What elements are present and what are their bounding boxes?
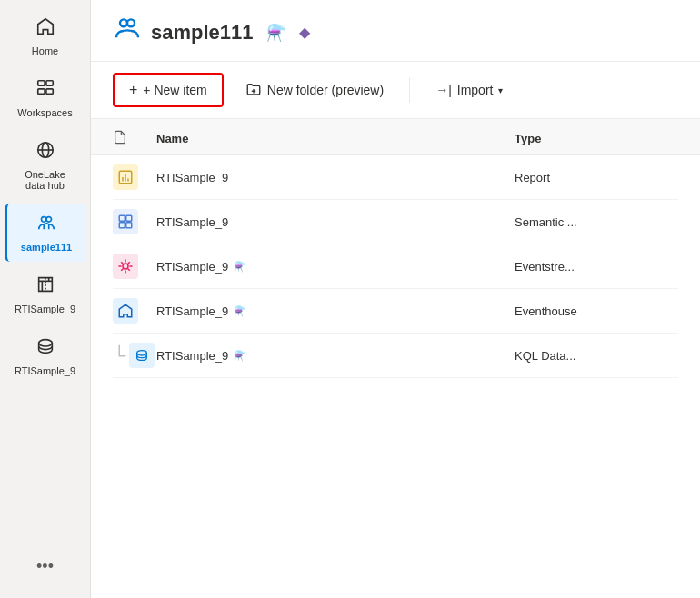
svg-point-7 [42, 217, 47, 223]
rtisample1-icon [35, 274, 55, 300]
svg-rect-20 [119, 223, 125, 228]
row5-name: RTISample_9 ⚗️ [156, 349, 515, 363]
sidebar-item-home[interactable]: Home [5, 7, 86, 65]
row3-icon-cell [113, 254, 156, 279]
row2-name: RTISample_9 [156, 215, 515, 229]
table-header: Name Type [91, 119, 700, 155]
row4-badge: ⚗️ [234, 305, 246, 317]
table-row[interactable]: RTISample_9 ⚗️ Eventhouse [113, 289, 678, 334]
svg-point-23 [137, 351, 147, 355]
import-label: Import [457, 83, 494, 97]
sidebar-item-workspaces[interactable]: Workspaces [5, 69, 86, 127]
workspace-title: sample111 [151, 21, 254, 45]
plus-icon: + [129, 82, 137, 98]
row3-type: Eventstre... [515, 260, 678, 274]
row2-icon-cell [113, 209, 156, 234]
sample111-icon [36, 213, 56, 238]
svg-rect-19 [126, 215, 132, 221]
eventhouse-icon [113, 298, 138, 324]
svg-point-9 [38, 340, 52, 346]
workspace-icon [113, 15, 142, 50]
col-type: Type [515, 132, 678, 145]
new-folder-button[interactable]: New folder (preview) [231, 74, 398, 107]
svg-point-11 [127, 19, 135, 26]
row3-name: RTISample_9 ⚗️ [156, 260, 515, 274]
semantic-icon [113, 209, 138, 234]
folder-plus-icon [245, 81, 262, 100]
onelake-icon [35, 140, 55, 165]
svg-rect-1 [45, 81, 52, 86]
sidebar-item-workspaces-label: Workspaces [17, 107, 72, 118]
rtisample2-icon [35, 336, 55, 362]
row3-badge: ⚗️ [234, 261, 246, 273]
sidebar-item-onelake[interactable]: OneLakedata hub [5, 131, 86, 200]
row1-type: Report [515, 171, 678, 184]
items-table: Name Type RTISample_9 Report [91, 119, 700, 598]
eventstream-icon [113, 254, 138, 279]
table-row[interactable]: RTISample_9 ⚗️ Eventstre... [113, 244, 678, 289]
sidebar-item-home-label: Home [32, 45, 58, 56]
row1-name: RTISample_9 [156, 171, 515, 184]
table-row[interactable]: RTISample_9 Report [113, 155, 678, 200]
warning-badge-header: ⚗️ [266, 23, 286, 43]
row5-icon-cell: └ [113, 343, 156, 368]
row5-badge: ⚗️ [234, 350, 246, 362]
import-icon: →| [435, 83, 452, 97]
row5-type: KQL Data... [515, 349, 678, 363]
sidebar-item-rtisample1[interactable]: RTISample_9 [5, 265, 86, 324]
kql-icon [129, 343, 155, 368]
sidebar-item-rtisample1-label: RTISample_9 [15, 304, 75, 314]
sidebar-item-onelake-label: OneLakedata hub [25, 169, 65, 191]
chevron-down-icon: ▾ [498, 85, 503, 95]
row4-type: Eventhouse [515, 304, 678, 318]
row1-icon-cell [113, 164, 156, 190]
row2-type: Semantic ... [515, 215, 678, 229]
col-name: Name [156, 132, 515, 145]
home-icon [35, 16, 55, 42]
row4-icon-cell [113, 298, 156, 324]
new-item-label: + New item [143, 83, 206, 97]
sidebar-item-sample111[interactable]: sample111 [5, 204, 86, 262]
svg-rect-0 [37, 81, 44, 86]
new-item-button[interactable]: + + New item [113, 73, 224, 107]
import-button[interactable]: →| Import ▾ [421, 75, 517, 105]
more-button[interactable]: ••• [29, 550, 61, 583]
report-icon [113, 164, 138, 190]
toolbar: + + New item New folder (preview) →| Imp… [91, 62, 700, 119]
new-folder-label: New folder (preview) [267, 83, 384, 97]
svg-point-8 [46, 217, 52, 223]
main-content: sample111 ⚗️ ◆ + + New item New folder (… [91, 0, 700, 598]
toolbar-separator [409, 77, 410, 103]
svg-rect-18 [119, 215, 125, 221]
col-icon [113, 130, 156, 147]
sidebar-item-rtisample2-label: RTISample_9 [15, 365, 75, 376]
sidebar: Home Workspaces OneLakedata hub [0, 0, 91, 598]
svg-point-22 [123, 264, 128, 269]
table-row[interactable]: └ RTISample_9 ⚗️ KQL Data... [113, 334, 678, 378]
sidebar-item-sample111-label: sample111 [21, 242, 72, 253]
svg-rect-21 [126, 223, 132, 228]
svg-rect-3 [45, 89, 52, 95]
row4-name: RTISample_9 ⚗️ [156, 304, 515, 318]
sidebar-item-rtisample2[interactable]: RTISample_9 [5, 327, 86, 385]
diamond-badge-header: ◆ [299, 24, 310, 41]
svg-rect-2 [37, 89, 44, 95]
table-row[interactable]: RTISample_9 Semantic ... [113, 200, 678, 244]
workspace-header: sample111 ⚗️ ◆ [91, 0, 700, 62]
workspaces-icon [35, 78, 55, 104]
tree-connector-icon: └ [113, 346, 125, 364]
